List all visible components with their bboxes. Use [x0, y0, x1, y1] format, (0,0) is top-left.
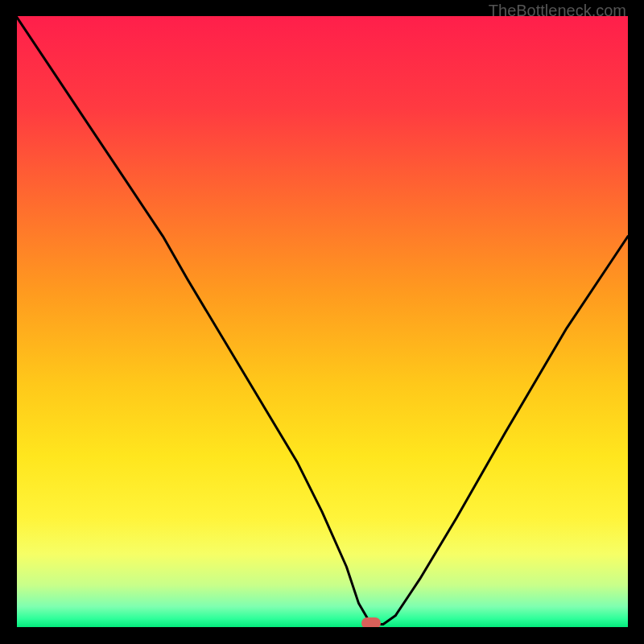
plot-area: [16, 16, 628, 628]
x-axis: [14, 627, 630, 630]
bottleneck-curve: [16, 16, 628, 628]
watermark-text: TheBottleneck.com: [489, 2, 626, 20]
y-axis: [14, 14, 17, 630]
chart-container: TheBottleneck.com: [0, 0, 644, 644]
